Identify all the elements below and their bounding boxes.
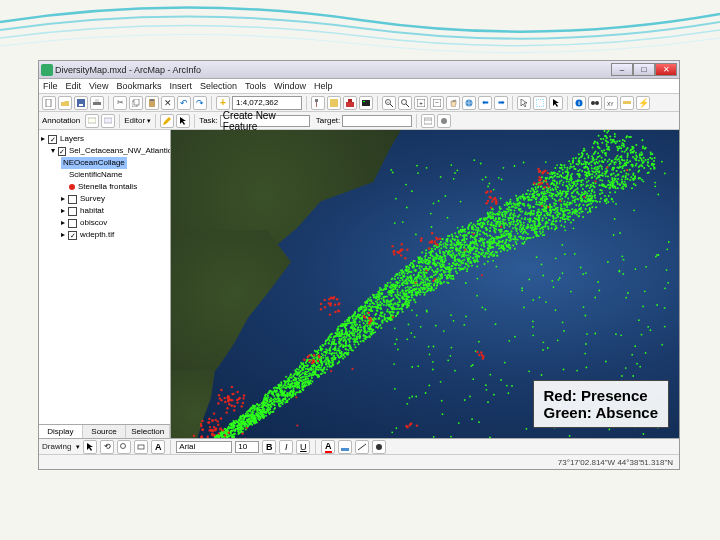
svg-point-4308 bbox=[233, 409, 235, 411]
rect-button[interactable] bbox=[134, 440, 148, 454]
svg-point-2391 bbox=[332, 338, 334, 340]
fixed-zoom-in-button[interactable]: + bbox=[414, 96, 428, 110]
toc-wdepth[interactable]: ▸wdepth.tif bbox=[41, 229, 168, 241]
delete-button[interactable]: ✕ bbox=[161, 96, 175, 110]
line-color-button[interactable] bbox=[355, 440, 369, 454]
full-extent-button[interactable] bbox=[462, 96, 476, 110]
obiscov-checkbox[interactable] bbox=[68, 219, 77, 228]
editor-dropdown-label[interactable]: Editor bbox=[124, 116, 145, 125]
zoom-draw-button[interactable] bbox=[117, 440, 131, 454]
font-color-button[interactable]: A bbox=[321, 440, 335, 454]
toc-tab-selection[interactable]: Selection bbox=[126, 425, 170, 438]
menu-edit[interactable]: Edit bbox=[66, 81, 82, 91]
copy-button[interactable] bbox=[129, 96, 143, 110]
anno-btn-2[interactable] bbox=[101, 114, 115, 128]
toc-selected[interactable]: NEOceanCollage bbox=[41, 157, 168, 169]
cut-button[interactable]: ✂ bbox=[113, 96, 127, 110]
fixed-zoom-out-button[interactable]: – bbox=[430, 96, 444, 110]
command-line-button[interactable] bbox=[359, 96, 373, 110]
svg-point-2358 bbox=[635, 144, 637, 146]
text-button[interactable]: A bbox=[151, 440, 165, 454]
survey-checkbox[interactable] bbox=[68, 195, 77, 204]
svg-point-3784 bbox=[417, 284, 419, 286]
marker-color-button[interactable] bbox=[372, 440, 386, 454]
attr-button[interactable] bbox=[421, 114, 435, 128]
minimize-button[interactable]: – bbox=[611, 63, 633, 76]
menu-bookmarks[interactable]: Bookmarks bbox=[116, 81, 161, 91]
arctoolbox-button[interactable] bbox=[343, 96, 357, 110]
svg-point-1721 bbox=[591, 167, 593, 169]
paste-button[interactable] bbox=[145, 96, 159, 110]
svg-point-3304 bbox=[452, 247, 454, 249]
zoom-out-button[interactable] bbox=[398, 96, 412, 110]
select-features-button[interactable] bbox=[517, 96, 531, 110]
new-button[interactable] bbox=[42, 96, 56, 110]
open-button[interactable] bbox=[58, 96, 72, 110]
underline-button[interactable]: U bbox=[296, 440, 310, 454]
editor-toolbar-button[interactable] bbox=[311, 96, 325, 110]
pan-button[interactable] bbox=[446, 96, 460, 110]
wdepth-checkbox[interactable] bbox=[68, 231, 77, 240]
task-dropdown[interactable]: Create New Feature bbox=[220, 115, 310, 127]
close-button[interactable]: ✕ bbox=[655, 63, 677, 76]
zoom-in-button[interactable]: + bbox=[382, 96, 396, 110]
arccatalog-button[interactable] bbox=[327, 96, 341, 110]
anno-btn-1[interactable] bbox=[85, 114, 99, 128]
menu-selection[interactable]: Selection bbox=[200, 81, 237, 91]
identify-button[interactable]: i bbox=[572, 96, 586, 110]
print-button[interactable] bbox=[90, 96, 104, 110]
toc-obiscov[interactable]: ▸obiscov bbox=[41, 217, 168, 229]
prev-extent-button[interactable]: ⬅ bbox=[478, 96, 492, 110]
undo-button[interactable]: ↶ bbox=[177, 96, 191, 110]
habitat-checkbox[interactable] bbox=[68, 207, 77, 216]
svg-point-3185 bbox=[499, 231, 501, 233]
toc-sym-item[interactable]: Stenella frontalis bbox=[41, 181, 168, 193]
toc-habitat[interactable]: ▸habitat bbox=[41, 205, 168, 217]
svg-point-4311 bbox=[220, 399, 222, 401]
save-button[interactable] bbox=[74, 96, 88, 110]
maximize-button[interactable]: □ bbox=[633, 63, 655, 76]
map-view[interactable]: Red: Presence Green: Absence bbox=[171, 130, 679, 438]
measure-button[interactable] bbox=[620, 96, 634, 110]
svg-point-4176 bbox=[615, 333, 617, 335]
menu-help[interactable]: Help bbox=[314, 81, 333, 91]
find-button[interactable] bbox=[588, 96, 602, 110]
svg-point-3605 bbox=[559, 190, 561, 192]
menu-window[interactable]: Window bbox=[274, 81, 306, 91]
sketch-tool-button[interactable] bbox=[160, 114, 174, 128]
edit-tool-button[interactable] bbox=[176, 114, 190, 128]
font-size-dropdown[interactable]: 10 bbox=[235, 441, 259, 453]
fill-color-button[interactable] bbox=[338, 440, 352, 454]
clear-selection-button[interactable] bbox=[533, 96, 547, 110]
italic-button[interactable]: I bbox=[279, 440, 293, 454]
toc-survey[interactable]: ▸Survey bbox=[41, 193, 168, 205]
menu-file[interactable]: File bbox=[43, 81, 58, 91]
hyperlink-button[interactable]: ⚡ bbox=[636, 96, 650, 110]
svg-point-4071 bbox=[492, 260, 494, 262]
redo-button[interactable]: ↷ bbox=[193, 96, 207, 110]
add-data-button[interactable]: + bbox=[216, 96, 230, 110]
menu-view[interactable]: View bbox=[89, 81, 108, 91]
svg-point-1861 bbox=[464, 241, 466, 243]
goto-xy-button[interactable]: XY bbox=[604, 96, 618, 110]
toc-group[interactable]: ▾Sel_Cetaceans_NW_Atlantic bbox=[41, 145, 168, 157]
svg-point-4457 bbox=[410, 422, 412, 424]
layers-checkbox[interactable] bbox=[48, 135, 57, 144]
toc-tab-display[interactable]: Display bbox=[39, 425, 83, 438]
target-dropdown[interactable] bbox=[342, 115, 412, 127]
map-scale-input[interactable]: 1:4,072,362 bbox=[232, 96, 302, 110]
font-dropdown[interactable]: Arial bbox=[176, 441, 232, 453]
next-extent-button[interactable]: ➡ bbox=[494, 96, 508, 110]
group-checkbox[interactable] bbox=[58, 147, 66, 156]
bold-button[interactable]: B bbox=[262, 440, 276, 454]
select-elements-button[interactable] bbox=[549, 96, 563, 110]
rotate-button[interactable]: ⟲ bbox=[100, 440, 114, 454]
svg-point-3803 bbox=[419, 256, 421, 258]
svg-point-470 bbox=[381, 303, 383, 305]
menu-insert[interactable]: Insert bbox=[169, 81, 192, 91]
sketch-prop-button[interactable] bbox=[437, 114, 451, 128]
toc-tab-source[interactable]: Source bbox=[83, 425, 127, 438]
toc-root[interactable]: ▸Layers bbox=[41, 133, 168, 145]
select-draw-button[interactable] bbox=[83, 440, 97, 454]
menu-tools[interactable]: Tools bbox=[245, 81, 266, 91]
